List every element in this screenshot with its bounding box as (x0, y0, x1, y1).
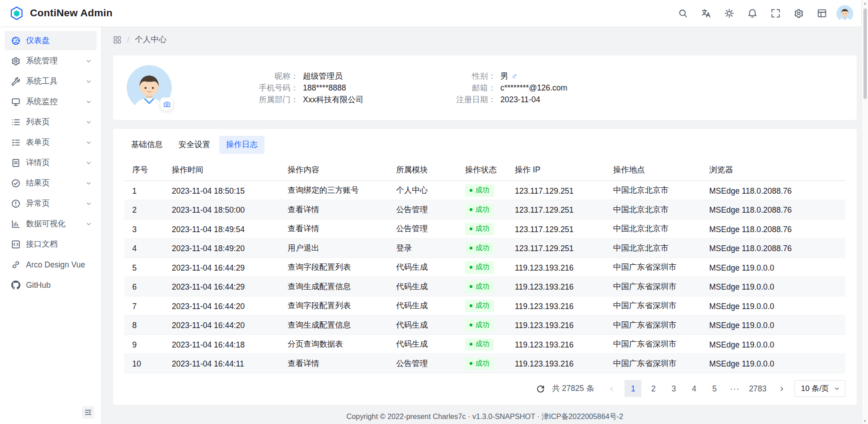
header-action-button[interactable] (813, 5, 830, 22)
total-count: 共 27825 条 (552, 384, 594, 394)
field-label: 性别： (448, 71, 496, 81)
status-dot-icon (470, 228, 472, 230)
fullscreen-icon (770, 9, 780, 18)
sidebar-item[interactable]: 系统监控 (5, 92, 97, 112)
prev-page-button[interactable] (603, 380, 620, 397)
header-action-button[interactable] (721, 5, 738, 22)
profile-tabs-card: 基础信息 安全设置 操作日志 (113, 129, 857, 405)
tab[interactable]: 基础信息 (124, 136, 170, 154)
cell-time: 2023-11-04 16:44:29 (164, 258, 280, 276)
table-row: 6 2023-11-04 16:44:29 查询生成配置信息 代码生成 成功 (124, 277, 845, 297)
status-dot-icon (470, 189, 472, 192)
refresh-button[interactable] (534, 382, 547, 395)
chevron-down-icon (85, 180, 92, 187)
app-logo[interactable]: ContiNew Admin (9, 6, 113, 21)
cell-no: 8 (124, 316, 164, 334)
avatar-icon (836, 5, 854, 22)
scrollbar-thumb[interactable] (863, 9, 867, 99)
sidebar-item[interactable]: 详情页 (5, 153, 97, 173)
status-dot-icon (470, 285, 472, 288)
sidebar-item-label: 接口文档 (26, 239, 92, 250)
apps-grid-icon[interactable] (113, 35, 122, 44)
cell-status: 成功 (457, 200, 507, 219)
cell-time: 2023-11-04 18:50:00 (164, 200, 280, 219)
tab[interactable]: 安全设置 (172, 136, 217, 154)
sidebar-item[interactable]: 仪表盘 (5, 31, 97, 51)
sidebar-item[interactable]: 列表页 (5, 113, 97, 132)
change-avatar-button[interactable] (160, 98, 173, 110)
page-size-value: 10 条/页 (801, 384, 829, 394)
sidebar-item[interactable]: 异常页 (5, 194, 97, 214)
cell-ip: 123.117.129.251 (507, 239, 605, 257)
header-action-button[interactable] (698, 5, 715, 22)
cell-location: 中国广东省深圳市 (605, 277, 702, 296)
column-header: 操作地点 (605, 160, 702, 181)
sidebar-item[interactable]: Arco Design Vue (5, 255, 97, 275)
status-badge: 成功 (465, 300, 494, 312)
sidebar-item[interactable]: 表单页 (5, 133, 97, 152)
header-action-button[interactable] (744, 5, 761, 22)
pagination: 共 27825 条 1 2 (124, 380, 845, 397)
cell-time: 2023-11-04 16:44:20 (164, 296, 280, 315)
cell-location: 中国北京北京市 (605, 239, 702, 257)
cell-module: 公告管理 (388, 219, 458, 238)
page-button[interactable]: 2783 (747, 380, 769, 397)
cell-location: 中国北京北京市 (605, 181, 702, 200)
field-value: 2023-11-04 (500, 94, 540, 105)
profile-field: 注册日期： 2023-11-04 (448, 94, 567, 105)
bell-icon (747, 9, 757, 18)
cell-content: 查看详情 (280, 354, 388, 373)
sidebar-item[interactable]: 系统工具 (5, 72, 97, 91)
field-value: 男 (500, 71, 509, 81)
logo-icon (9, 6, 24, 21)
camera-icon (163, 100, 170, 108)
user-avatar[interactable] (836, 5, 854, 22)
column-header: 操作状态 (457, 160, 507, 181)
dashboard-icon (11, 36, 20, 45)
cell-location: 中国广东省深圳市 (605, 258, 702, 276)
header-action-button[interactable] (790, 5, 807, 22)
cell-content: 查询生成配置信息 (280, 316, 388, 334)
sidebar-item[interactable]: 系统管理 (5, 52, 97, 71)
scroll-down-arrow[interactable]: ▼ (863, 419, 866, 423)
page-button[interactable]: ··· (726, 380, 744, 397)
cell-time: 2023-11-04 18:49:54 (164, 219, 280, 238)
status-badge: 成功 (465, 280, 494, 293)
cell-browser: MSEdge 118.0.2088.76 (701, 239, 845, 257)
cell-location: 中国广东省深圳市 (605, 335, 702, 353)
field-label: 昵称： (251, 71, 298, 81)
cell-ip: 119.123.193.216 (507, 258, 605, 276)
sidebar-item[interactable]: 数据可视化 (5, 214, 97, 234)
page-button[interactable]: 1 (625, 380, 642, 397)
sidebar-item[interactable]: GitHub (5, 276, 97, 295)
cell-location: 中国北京北京市 (605, 219, 702, 238)
page-scrollbar[interactable]: ▲ ▼ (861, 0, 868, 424)
page-button[interactable]: 2 (645, 380, 662, 397)
sidebar-item-label: 系统工具 (26, 76, 80, 87)
header-action-button[interactable] (767, 5, 784, 22)
sidebar-item[interactable]: 结果页 (5, 174, 97, 193)
field-value: 188****8888 (303, 82, 346, 93)
page-button[interactable]: 5 (706, 380, 723, 397)
next-page-button[interactable] (774, 380, 791, 397)
header-action-button[interactable] (674, 5, 691, 22)
chevron-down-icon (85, 58, 92, 65)
tab[interactable]: 操作日志 (219, 136, 264, 154)
sidebar-collapse-button[interactable] (82, 406, 94, 419)
cell-ip: 119.123.193.216 (507, 316, 605, 334)
breadcrumb-separator: / (127, 35, 129, 44)
scroll-up-arrow[interactable]: ▲ (863, 2, 866, 5)
page-button[interactable]: 3 (665, 380, 683, 397)
page-button[interactable]: 4 (686, 380, 703, 397)
cell-content: 查询字段配置列表 (280, 258, 388, 276)
table-body: 1 2023-11-04 18:50:15 查询绑定的三方账号 个人中心 成功 (124, 181, 845, 373)
sidebar-item-label: 结果页 (26, 178, 80, 189)
sidebar-item[interactable]: 接口文档 (5, 235, 97, 254)
column-header: 序号 (124, 160, 164, 181)
column-header: 操作内容 (280, 160, 388, 181)
app-window: ContiNew Admin (0, 0, 868, 424)
cell-time: 2023-11-04 16:44:11 (164, 354, 280, 373)
cell-time: 2023-11-04 18:49:20 (164, 239, 280, 257)
status-badge: 成功 (465, 184, 494, 197)
page-size-select[interactable]: 10 条/页 (795, 380, 845, 397)
